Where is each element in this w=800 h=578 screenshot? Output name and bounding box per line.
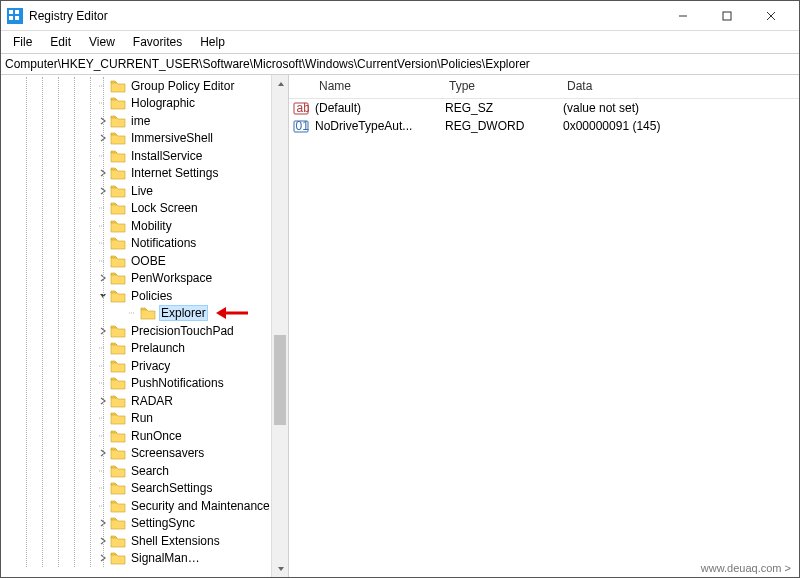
- tree-node-label: InstallService: [129, 149, 204, 163]
- tree-node-label: Notifications: [129, 236, 198, 250]
- address-bar[interactable]: Computer\HKEY_CURRENT_USER\Software\Micr…: [1, 53, 799, 75]
- registry-editor-window: Registry Editor FileEditViewFavoritesHel…: [0, 0, 800, 578]
- column-header-name[interactable]: Name: [311, 75, 441, 98]
- folder-icon: [110, 429, 126, 443]
- minimize-button[interactable]: [661, 2, 705, 30]
- folder-icon: [110, 516, 126, 530]
- tree-node-label: Policies: [129, 289, 174, 303]
- folder-icon: [110, 114, 126, 128]
- scroll-down-button[interactable]: [272, 560, 289, 577]
- regedit-icon: [7, 8, 23, 24]
- tree-node-label: SearchSettings: [129, 481, 214, 495]
- menu-favorites[interactable]: Favorites: [125, 33, 190, 51]
- menu-view[interactable]: View: [81, 33, 123, 51]
- tree-node-label: RADAR: [129, 394, 175, 408]
- svg-rect-4: [15, 16, 19, 20]
- list-header: NameTypeData: [289, 75, 799, 99]
- tree-node-searchsettings[interactable]: SearchSettings: [1, 480, 288, 498]
- tree-node-label: Prelaunch: [129, 341, 187, 355]
- folder-icon: [110, 551, 126, 565]
- tree-node-label: Run: [129, 411, 155, 425]
- folder-icon: [110, 271, 126, 285]
- svg-rect-2: [15, 10, 19, 14]
- tree-node-label: ime: [129, 114, 152, 128]
- content-area: Group Policy EditorHolographicimeImmersi…: [1, 75, 799, 577]
- tree-node-penworkspace[interactable]: PenWorkspace: [1, 270, 288, 288]
- tree-node-label: Holographic: [129, 96, 197, 110]
- tree-node-label: ImmersiveShell: [129, 131, 215, 145]
- scroll-thumb[interactable]: [274, 335, 286, 425]
- cell-type: REG_DWORD: [439, 119, 557, 133]
- tree-node-label: Privacy: [129, 359, 172, 373]
- folder-icon: [110, 394, 126, 408]
- tree-node-security-and-maintenance[interactable]: Security and Maintenance: [1, 497, 288, 515]
- tree-node-screensavers[interactable]: Screensavers: [1, 445, 288, 463]
- tree-scrollbar[interactable]: [271, 75, 288, 577]
- folder-icon: [110, 499, 126, 513]
- watermark: www.deuaq.com >: [698, 562, 794, 574]
- tree-node-runonce[interactable]: RunOnce: [1, 427, 288, 445]
- red-arrow-annotation: [208, 305, 250, 321]
- column-header-data[interactable]: Data: [559, 75, 779, 98]
- close-button[interactable]: [749, 2, 793, 30]
- tree-node-immersiveshell[interactable]: ImmersiveShell: [1, 130, 288, 148]
- tree-tick: [127, 307, 139, 319]
- tree-node-prelaunch[interactable]: Prelaunch: [1, 340, 288, 358]
- tree-node-settingsync[interactable]: SettingSync: [1, 515, 288, 533]
- scroll-up-button[interactable]: [272, 75, 289, 92]
- tree-node-label: SignalMan…: [129, 551, 202, 565]
- tree-node-group-policy-editor[interactable]: Group Policy Editor: [1, 77, 288, 95]
- menu-file[interactable]: File: [5, 33, 40, 51]
- registry-tree-pane[interactable]: Group Policy EditorHolographicimeImmersi…: [1, 75, 289, 577]
- value-row[interactable]: 011NoDriveTypeAut...REG_DWORD0x00000091 …: [289, 117, 799, 135]
- maximize-button[interactable]: [705, 2, 749, 30]
- tree-node-installservice[interactable]: InstallService: [1, 147, 288, 165]
- folder-icon: [110, 79, 126, 93]
- title-bar[interactable]: Registry Editor: [1, 1, 799, 31]
- tree-node-label: Group Policy Editor: [129, 79, 236, 93]
- folder-icon: [110, 96, 126, 110]
- column-header-type[interactable]: Type: [441, 75, 559, 98]
- tree-node-label: Lock Screen: [129, 201, 200, 215]
- cell-name: (Default): [309, 101, 439, 115]
- registry-values-pane[interactable]: NameTypeData ab(Default)REG_SZ(value not…: [289, 75, 799, 577]
- tree-node-label: Search: [129, 464, 171, 478]
- tree-node-internet-settings[interactable]: Internet Settings: [1, 165, 288, 183]
- folder-icon: [110, 184, 126, 198]
- tree-node-label: Security and Maintenance: [129, 499, 272, 513]
- tree-node-radar[interactable]: RADAR: [1, 392, 288, 410]
- reg-string-icon: ab: [293, 100, 309, 116]
- tree-node-explorer[interactable]: Explorer: [1, 305, 288, 323]
- tree-node-label: OOBE: [129, 254, 168, 268]
- tree-node-shell-extensions[interactable]: Shell Extensions: [1, 532, 288, 550]
- tree-node-ime[interactable]: ime: [1, 112, 288, 130]
- menu-edit[interactable]: Edit: [42, 33, 79, 51]
- tree-node-signalmanager[interactable]: SignalMan…: [1, 550, 288, 568]
- tree-node-search[interactable]: Search: [1, 462, 288, 480]
- tree-node-mobility[interactable]: Mobility: [1, 217, 288, 235]
- tree-node-lock-screen[interactable]: Lock Screen: [1, 200, 288, 218]
- tree-node-holographic[interactable]: Holographic: [1, 95, 288, 113]
- tree-node-precisiontouchpad[interactable]: PrecisionTouchPad: [1, 322, 288, 340]
- value-row[interactable]: ab(Default)REG_SZ(value not set): [289, 99, 799, 117]
- tree-node-label: Shell Extensions: [129, 534, 222, 548]
- folder-icon: [110, 131, 126, 145]
- menu-help[interactable]: Help: [192, 33, 233, 51]
- folder-icon: [110, 534, 126, 548]
- folder-icon: [110, 254, 126, 268]
- tree-node-run[interactable]: Run: [1, 410, 288, 428]
- tree-node-live[interactable]: Live: [1, 182, 288, 200]
- tree-node-oobe[interactable]: OOBE: [1, 252, 288, 270]
- folder-icon: [110, 201, 126, 215]
- tree-node-policies[interactable]: Policies: [1, 287, 288, 305]
- svg-rect-3: [9, 16, 13, 20]
- tree-node-privacy[interactable]: Privacy: [1, 357, 288, 375]
- svg-rect-1: [9, 10, 13, 14]
- tree-node-label: Explorer: [159, 305, 208, 321]
- tree-node-label: Screensavers: [129, 446, 206, 460]
- tree-node-label: Mobility: [129, 219, 174, 233]
- cell-data: (value not set): [557, 101, 777, 115]
- tree-node-notifications[interactable]: Notifications: [1, 235, 288, 253]
- tree-node-pushnotifications[interactable]: PushNotifications: [1, 375, 288, 393]
- svg-rect-6: [723, 12, 731, 20]
